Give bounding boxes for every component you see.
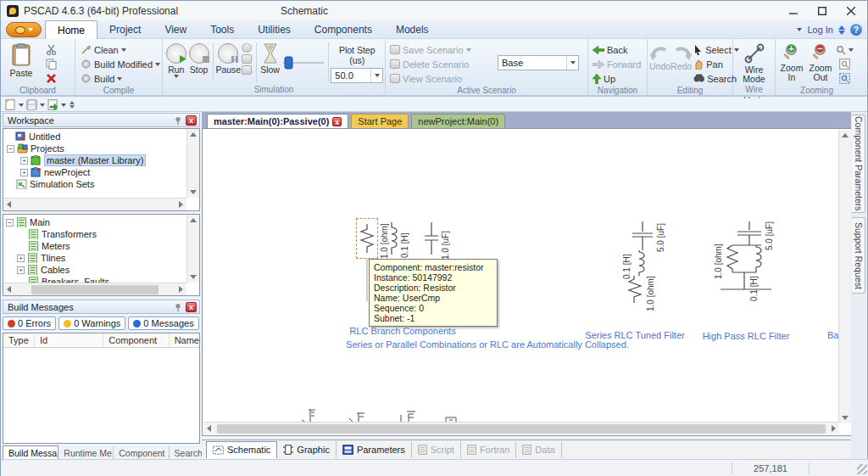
modules-tree-vscrollbar[interactable] xyxy=(186,215,199,283)
scroll-right-icon[interactable] xyxy=(179,286,183,293)
save-icon[interactable] xyxy=(26,99,37,110)
reload-dropdown-icon[interactable] xyxy=(61,104,66,107)
select-button[interactable]: Select xyxy=(693,43,739,56)
projects-tree-vscrollbar[interactable] xyxy=(186,129,199,198)
column-name[interactable]: Name xyxy=(170,333,199,347)
tab-graphic[interactable]: Graphic xyxy=(277,441,337,458)
warnings-filter-button[interactable]: 0 Warnings xyxy=(58,316,125,330)
tab-components[interactable]: Components xyxy=(303,20,384,39)
run-button[interactable]: Run xyxy=(164,41,188,84)
expander-icon[interactable] xyxy=(17,266,25,274)
undo-button[interactable]: Undo xyxy=(649,41,670,85)
tab-project[interactable]: Project xyxy=(97,20,153,39)
tree-item-newproject[interactable]: newProject xyxy=(5,166,186,178)
build-modified-button[interactable]: Build Modified xyxy=(81,58,160,70)
column-type[interactable]: Type xyxy=(3,333,35,347)
delete-button[interactable] xyxy=(46,72,57,85)
tree-item-tlines[interactable]: Tlines xyxy=(5,252,186,264)
back-button[interactable]: Back xyxy=(593,43,641,56)
scroll-left-icon[interactable] xyxy=(207,425,211,432)
highpass-rlc-filter-component[interactable]: 1.0 [ohm] 5.0 [uF] 0.1 [H] xyxy=(712,221,785,328)
tree-item-master-library[interactable]: master (Master Library) xyxy=(5,154,186,166)
up-button[interactable]: Up xyxy=(593,72,641,85)
scroll-right-icon[interactable] xyxy=(179,201,183,208)
tab-view[interactable]: View xyxy=(153,20,198,39)
resize-grip[interactable] xyxy=(857,464,867,474)
tree-item-meters[interactable]: Meters xyxy=(5,240,186,252)
document-tab-start-page[interactable]: Start Page xyxy=(351,114,409,128)
snapshot-icon[interactable] xyxy=(242,43,252,53)
speed-slider[interactable] xyxy=(281,41,326,84)
column-id[interactable]: Id xyxy=(35,333,103,347)
qat-overflow-icon[interactable] xyxy=(70,101,75,109)
tree-item-main[interactable]: Main xyxy=(5,216,186,228)
scroll-right-icon[interactable] xyxy=(832,425,836,432)
cut-button[interactable] xyxy=(46,43,57,56)
scroll-up-icon[interactable] xyxy=(842,133,849,137)
tab-search[interactable]: Search xyxy=(170,446,202,460)
minimize-button[interactable] xyxy=(779,1,808,20)
messages-filter-button[interactable]: 0 Messages xyxy=(128,316,198,330)
tab-models[interactable]: Models xyxy=(384,20,441,39)
tab-runtime-messages[interactable]: Runtime Me... xyxy=(58,446,114,460)
zoom-in-button[interactable]: + ZoomIn xyxy=(777,41,806,85)
expander-icon[interactable] xyxy=(7,145,14,153)
expander-icon[interactable] xyxy=(17,255,25,262)
zoom-out-button[interactable]: − ZoomOut xyxy=(806,41,835,85)
step-icon[interactable] xyxy=(242,54,252,64)
zoom-tool-button[interactable] xyxy=(836,43,854,56)
save-dropdown-icon[interactable] xyxy=(40,104,45,107)
schematic-canvas[interactable]: 1.0 [ohm] 0.1 [H] 1.0 [uF] Component: ma… xyxy=(203,130,839,423)
canvas-vscrollbar[interactable] xyxy=(838,130,851,423)
tab-tools[interactable]: Tools xyxy=(198,20,246,39)
tab-build-messages[interactable]: Build Messa... xyxy=(3,445,58,460)
scroll-down-icon[interactable] xyxy=(190,275,197,279)
tree-item-simulation-sets[interactable]: Simulation Sets xyxy=(5,178,186,190)
build-messages-close-icon[interactable]: x xyxy=(186,302,197,312)
tab-support-request[interactable]: Support Request xyxy=(852,217,865,294)
workspace-close-icon[interactable]: x xyxy=(186,115,197,126)
login-dropdown-icon[interactable] xyxy=(797,28,802,31)
pin-icon[interactable] xyxy=(174,303,182,311)
tab-home[interactable]: Home xyxy=(45,20,97,39)
tab-parameters[interactable]: Parameters xyxy=(337,441,412,458)
tree-item-projects[interactable]: Projects xyxy=(5,143,186,154)
clean-button[interactable]: Clean xyxy=(81,43,160,56)
wire-mode-button[interactable]: WireMode xyxy=(735,41,773,84)
new-file-icon[interactable] xyxy=(5,99,16,110)
capacitor-component[interactable]: 1.0 [uF] xyxy=(424,221,456,263)
pan-button[interactable]: Pan xyxy=(693,58,739,70)
scroll-down-icon[interactable] xyxy=(190,190,197,194)
tab-component-parameters[interactable]: Component Parameters xyxy=(852,115,865,213)
pause-button[interactable]: Pause xyxy=(215,41,241,84)
ribbon-collapse-icon[interactable] xyxy=(838,25,845,35)
view-scenario-button[interactable]: View Scenario xyxy=(390,72,498,85)
tree-item-breakers-faults[interactable]: Breakers_Faults xyxy=(5,276,186,283)
scenario-combo[interactable]: Base xyxy=(498,55,579,70)
zoom-rectangle-button[interactable] xyxy=(839,72,850,85)
expander-icon[interactable] xyxy=(6,219,14,227)
new-file-dropdown-icon[interactable] xyxy=(19,104,24,107)
copy-button[interactable] xyxy=(46,58,57,70)
tab-component-params[interactable]: Component ... xyxy=(114,446,169,460)
modules-tree-hscrollbar[interactable] xyxy=(3,283,186,295)
scrollbar-thumb[interactable] xyxy=(31,285,159,294)
scroll-left-icon[interactable] xyxy=(7,286,11,293)
plot-step-combo[interactable]: 50.0 xyxy=(331,68,383,83)
document-tab-newproject[interactable]: newProject:Main(0) xyxy=(411,114,505,128)
tab-schematic[interactable]: Schematic xyxy=(206,441,277,458)
close-button[interactable] xyxy=(837,1,865,20)
build-button[interactable]: Build xyxy=(81,72,160,85)
inductor-component[interactable]: 0.1 [H] xyxy=(385,221,415,263)
scroll-up-icon[interactable] xyxy=(190,218,197,222)
help-icon[interactable]: ? xyxy=(850,24,862,36)
redo-button[interactable]: Redo xyxy=(670,41,692,85)
tree-item-untitled[interactable]: Untitled xyxy=(5,131,186,143)
save-scenario-button[interactable]: Save Scenario xyxy=(390,43,498,56)
expander-icon[interactable] xyxy=(20,169,28,176)
scroll-left-icon[interactable] xyxy=(7,201,11,208)
canvas-hscrollbar[interactable] xyxy=(203,422,839,434)
pin-icon[interactable] xyxy=(174,116,182,125)
series-rlc-filter-component[interactable]: 5.0 [uF] 0.1 [H] 1.0 [ohm] xyxy=(620,221,680,327)
zoom-extents-button[interactable] xyxy=(839,58,850,70)
